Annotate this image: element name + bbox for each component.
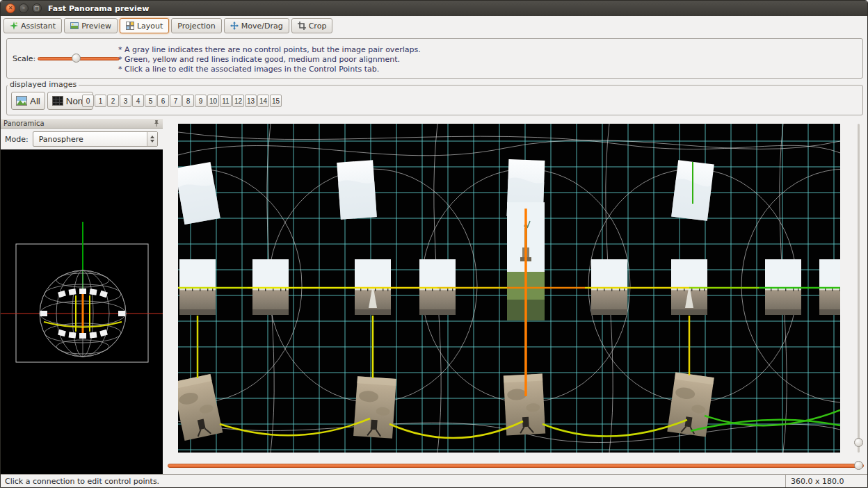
titlebar[interactable]: ✕ – ▢ Fast Panorama preview — [1, 1, 867, 16]
vertical-scrollbar[interactable] — [854, 124, 864, 453]
projection-size: 360.0 x 180.0 — [785, 475, 867, 487]
horizontal-scrollbar[interactable] — [168, 460, 864, 471]
all-images-icon — [16, 96, 27, 106]
image-toggle-10[interactable]: 10 — [207, 95, 219, 107]
status-message: Click a connection to edit control point… — [1, 477, 159, 486]
image-number-buttons: 0123456789101112131415 — [82, 92, 282, 110]
assistant-icon — [10, 22, 18, 30]
tab-preview[interactable]: Preview — [64, 18, 118, 33]
chevron-up-icon — [150, 136, 154, 138]
info-note-line: * A gray line indicates there are no con… — [118, 45, 421, 55]
image-toggle-1[interactable]: 1 — [95, 95, 106, 107]
vertical-scrollbar-track[interactable] — [858, 124, 860, 453]
tab-layout[interactable]: Layout — [120, 18, 169, 33]
minimize-button[interactable]: – — [19, 3, 29, 13]
image-toggle-5[interactable]: 5 — [145, 95, 156, 107]
show-all-label: All — [30, 96, 40, 106]
move-drag-icon — [230, 22, 239, 30]
scale-slider[interactable] — [38, 53, 120, 64]
panosphere-panel-header[interactable]: Panoramica — [1, 119, 163, 129]
panosphere-panel: Panoramica Mode: Panosphere — [1, 119, 163, 474]
window-title: Fast Panorama preview — [48, 4, 149, 13]
mode-label: Mode: — [5, 135, 29, 144]
mode-value: Panosphere — [33, 135, 83, 144]
mode-row: Mode: Panosphere — [1, 129, 163, 149]
tab-move-drag[interactable]: Move/Drag — [224, 18, 289, 33]
no-images-icon — [52, 96, 63, 106]
panosphere-preview[interactable] — [1, 149, 163, 474]
preview-icon — [70, 22, 79, 30]
horizontal-scrollbar-track[interactable] — [168, 464, 864, 468]
tab-assistant[interactable]: Assistant — [3, 18, 62, 33]
image-toggle-4[interactable]: 4 — [132, 95, 144, 107]
image-toggle-6[interactable]: 6 — [157, 95, 169, 107]
close-button[interactable]: ✕ — [6, 3, 15, 13]
image-toggle-0[interactable]: 0 — [82, 95, 94, 107]
image-toggle-7[interactable]: 7 — [170, 95, 182, 107]
panorama-layout-canvas[interactable] — [178, 124, 840, 453]
app-window: ✕ – ▢ Fast Panorama preview AssistantPre… — [0, 0, 868, 488]
displayed-images-label: displayed images — [8, 80, 79, 89]
panosphere-panel-title: Panoramica — [3, 120, 45, 127]
displayed-images-frame: All None 0123456789101112131415 — [6, 85, 863, 115]
tab-label: Crop — [309, 22, 327, 31]
info-panel: Scale: * A gray line indicates there are… — [6, 38, 863, 79]
tab-label: Projection — [177, 22, 215, 31]
tab-label: Layout — [137, 22, 163, 31]
image-toggle-2[interactable]: 2 — [107, 95, 119, 107]
crop-icon — [298, 22, 306, 30]
layout-icon — [126, 22, 134, 30]
info-notes: * A gray line indicates there are no con… — [118, 45, 421, 74]
image-toggle-3[interactable]: 3 — [120, 95, 131, 107]
image-toggle-8[interactable]: 8 — [182, 95, 194, 107]
image-toggle-13[interactable]: 13 — [245, 95, 257, 107]
image-toggle-12[interactable]: 12 — [232, 95, 244, 107]
info-note-line: * Green, yellow and red lines indicate g… — [118, 55, 421, 65]
canvas-area — [163, 119, 868, 474]
image-toggle-14[interactable]: 14 — [257, 95, 269, 107]
image-toggle-15[interactable]: 15 — [270, 95, 282, 107]
scale-label: Scale: — [13, 54, 35, 63]
pin-icon[interactable] — [153, 120, 160, 127]
maximize-button[interactable]: ▢ — [32, 3, 42, 13]
show-all-button[interactable]: All — [11, 92, 45, 110]
tab-label: Preview — [81, 22, 111, 31]
mode-select-spinner[interactable] — [147, 132, 157, 146]
tab-crop[interactable]: Crop — [291, 18, 333, 33]
tab-projection[interactable]: Projection — [171, 18, 221, 33]
status-bar: Click a connection to edit control point… — [1, 474, 867, 487]
tab-label: Move/Drag — [241, 22, 283, 31]
tab-label: Assistant — [21, 22, 56, 31]
tab-bar: AssistantPreviewLayoutProjectionMove/Dra… — [3, 18, 332, 35]
scale-slider-handle[interactable] — [72, 54, 81, 63]
chevron-down-icon — [150, 140, 154, 143]
vertical-scrollbar-handle[interactable] — [854, 438, 863, 447]
info-note-line: * Click a line to edit the associated im… — [118, 65, 421, 74]
image-toggle-11[interactable]: 11 — [220, 95, 232, 107]
mode-select[interactable]: Panosphere — [33, 131, 158, 147]
image-toggle-9[interactable]: 9 — [195, 95, 207, 107]
horizontal-scrollbar-handle[interactable] — [854, 461, 863, 470]
